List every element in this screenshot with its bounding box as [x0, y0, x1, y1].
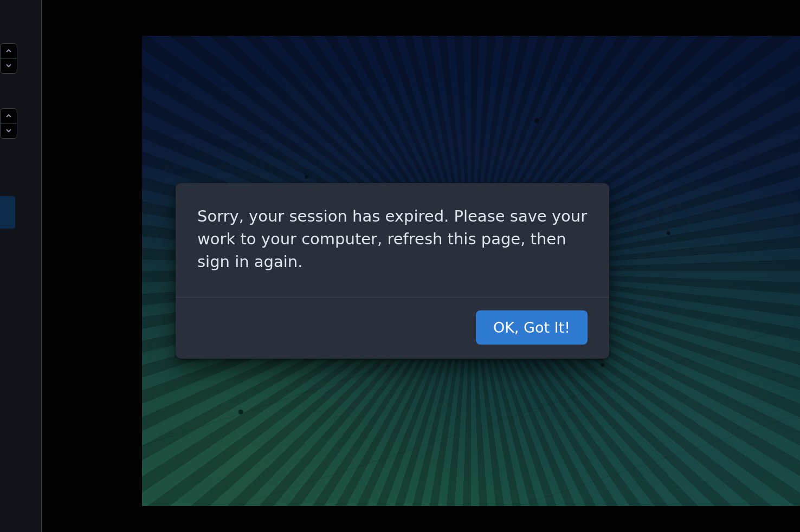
- left-rail: [0, 0, 41, 532]
- dialog-body: Sorry, your session has expired. Please …: [176, 183, 609, 297]
- dialog-message: Sorry, your session has expired. Please …: [197, 205, 588, 273]
- chevron-down-icon: [5, 61, 12, 71]
- chevron-up-icon: [5, 46, 12, 56]
- dialog-footer: OK, Got It!: [176, 297, 609, 359]
- rail-divider: [41, 0, 42, 532]
- number-spinner-2[interactable]: [0, 108, 17, 139]
- selected-tool-indicator[interactable]: [0, 196, 15, 229]
- spinner-up-button[interactable]: [1, 44, 17, 59]
- ok-button[interactable]: OK, Got It!: [476, 310, 588, 345]
- chevron-up-icon: [5, 111, 12, 121]
- spinner-down-button[interactable]: [1, 124, 17, 139]
- session-expired-dialog: Sorry, your session has expired. Please …: [176, 183, 609, 359]
- chevron-down-icon: [5, 126, 12, 136]
- spinner-down-button[interactable]: [1, 59, 17, 74]
- spinner-up-button[interactable]: [1, 109, 17, 124]
- number-spinner-1[interactable]: [0, 43, 17, 74]
